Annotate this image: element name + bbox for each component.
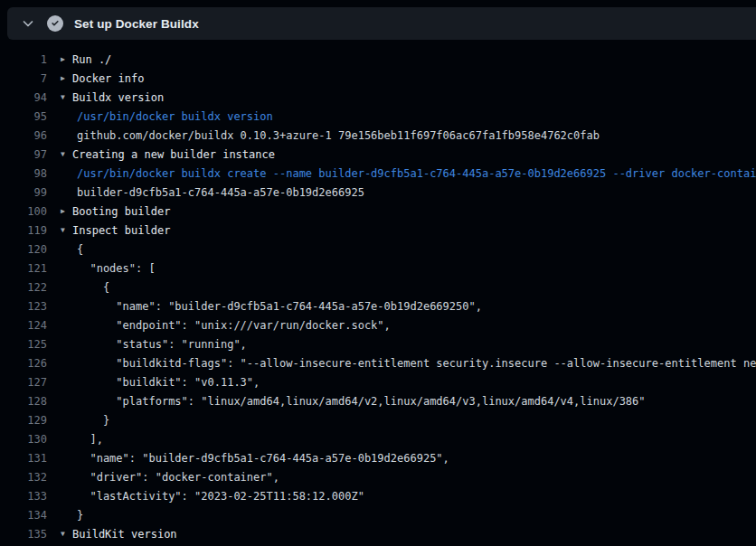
log-row: 127 "buildkit": "v0.11.3", — [0, 372, 756, 391]
line-number[interactable]: 129 — [0, 414, 47, 427]
log-line-text: Creating a new builder instance — [72, 148, 275, 161]
log-line-text: Run ./ — [72, 53, 111, 66]
line-number[interactable]: 134 — [0, 509, 47, 522]
line-number[interactable]: 123 — [0, 300, 47, 313]
line-number[interactable]: 97 — [0, 148, 47, 161]
log-row: 132 "driver": "docker-container", — [0, 467, 756, 486]
line-number[interactable]: 121 — [0, 262, 47, 275]
log-row: 126 "buildkitd-flags": "--allow-insecure… — [0, 353, 756, 372]
line-number[interactable]: 119 — [0, 224, 47, 237]
log-line-text: "name": "builder-d9cfb5a1-c764-445a-a57e… — [72, 300, 482, 313]
step-header[interactable]: Set up Docker Buildx — [7, 7, 756, 40]
line-number[interactable]: 7 — [0, 72, 47, 85]
log-group-row[interactable]: 119 ▼ Inspect builder — [0, 221, 756, 240]
line-number[interactable]: 96 — [0, 129, 47, 142]
log-line-text: } — [72, 414, 109, 427]
log-line-text: /usr/bin/docker buildx create --name bui… — [72, 167, 756, 180]
log-row: 120 { — [0, 240, 756, 259]
log-line-text: { — [72, 281, 109, 294]
log-group-row[interactable]: 100 ▶ Booting builder — [0, 202, 756, 221]
line-number[interactable]: 131 — [0, 452, 47, 465]
line-number[interactable]: 122 — [0, 281, 47, 294]
log-row: 121 "nodes": [ — [0, 259, 756, 278]
log-row: 125 "status": "running", — [0, 334, 756, 353]
log-lines: 1 ▶ Run ./ 7 ▶ Docker info 94 ▼ Buildx v… — [0, 50, 756, 546]
log-line-text: "lastActivity": "2023-02-25T11:58:12.000… — [72, 490, 364, 503]
log-line-text: { — [72, 243, 83, 256]
log-line-text: "platforms": "linux/amd64,linux/amd64/v2… — [72, 395, 646, 408]
line-number[interactable]: 120 — [0, 243, 47, 256]
log-line-text: builder-d9cfb5a1-c764-445a-a57e-0b19d2e6… — [72, 186, 364, 199]
log-line-text: BuildKit version — [72, 528, 177, 541]
log-group-row[interactable]: 135 ▼ BuildKit version — [0, 524, 756, 543]
log-row: 122 { — [0, 278, 756, 297]
group-toggle-arrow-icon[interactable]: ▼ — [47, 531, 72, 538]
log-line-text: ], — [72, 433, 103, 446]
group-toggle-arrow-icon[interactable]: ▶ — [47, 56, 72, 63]
log-line-text: "driver": "docker-container", — [72, 471, 279, 484]
line-number[interactable]: 1 — [0, 53, 47, 66]
log-line-text: "buildkit": "v0.11.3", — [72, 376, 260, 389]
log-line-text: Buildx version — [72, 91, 164, 104]
log-row: 124 "endpoint": "unix:///var/run/docker.… — [0, 315, 756, 334]
log-line-text: "nodes": [ — [72, 262, 156, 275]
log-group-row[interactable]: 7 ▶ Docker info — [0, 69, 756, 88]
line-number[interactable]: 126 — [0, 357, 47, 370]
log-row: 134 } — [0, 505, 756, 524]
step-title: Set up Docker Buildx — [74, 17, 199, 31]
log-line-text: "name": "builder-d9cfb5a1-c764-445a-a57e… — [72, 452, 449, 465]
log-row: 95 /usr/bin/docker buildx version — [0, 107, 756, 126]
group-toggle-arrow-icon[interactable]: ▶ — [47, 75, 72, 82]
log-line-text: } — [72, 509, 83, 522]
line-number[interactable]: 98 — [0, 167, 47, 180]
step-success-check-icon — [47, 15, 63, 32]
log-row: 96 github.com/docker/buildx 0.10.3+azure… — [0, 126, 756, 145]
line-number[interactable]: 99 — [0, 186, 47, 199]
log-line-text: "endpoint": "unix:///var/run/docker.sock… — [72, 319, 391, 332]
chevron-down-icon[interactable] — [16, 12, 40, 35]
log-row: 98 /usr/bin/docker buildx create --name … — [0, 164, 756, 183]
log-row: 131 "name": "builder-d9cfb5a1-c764-445a-… — [0, 448, 756, 467]
line-number[interactable]: 128 — [0, 395, 47, 408]
line-number[interactable]: 124 — [0, 319, 47, 332]
log-line-text: "buildkitd-flags": "--allow-insecure-ent… — [72, 357, 756, 370]
log-row: 133 "lastActivity": "2023-02-25T11:58:12… — [0, 486, 756, 505]
log-group-row[interactable]: 1 ▶ Run ./ — [0, 50, 756, 69]
group-toggle-arrow-icon[interactable]: ▶ — [47, 208, 72, 215]
log-line-text: "status": "running", — [72, 338, 247, 351]
log-row: 130 ], — [0, 429, 756, 448]
log-line-text: Inspect builder — [72, 224, 170, 237]
group-toggle-arrow-icon[interactable]: ▼ — [47, 227, 72, 234]
log-row: 123 "name": "builder-d9cfb5a1-c764-445a-… — [0, 297, 756, 315]
line-number[interactable]: 135 — [0, 528, 47, 541]
group-toggle-arrow-icon[interactable]: ▼ — [47, 151, 72, 158]
log-line-text: Booting builder — [72, 205, 170, 218]
line-number[interactable]: 125 — [0, 338, 47, 351]
log-group-row[interactable]: 94 ▼ Buildx version — [0, 88, 756, 107]
line-number[interactable]: 100 — [0, 205, 47, 218]
line-number[interactable]: 127 — [0, 376, 47, 389]
log-row: 128 "platforms": "linux/amd64,linux/amd6… — [0, 391, 756, 410]
line-number[interactable]: 94 — [0, 91, 47, 104]
line-number[interactable]: 132 — [0, 471, 47, 484]
log-group-row[interactable]: 97 ▼ Creating a new builder instance — [0, 145, 756, 164]
group-toggle-arrow-icon[interactable]: ▼ — [47, 94, 72, 101]
line-number[interactable]: 95 — [0, 110, 47, 123]
log-line-text: /usr/bin/docker buildx version — [72, 110, 273, 123]
log-line-text: github.com/docker/buildx 0.10.3+azure-1 … — [72, 129, 600, 142]
log-line-text: Docker info — [72, 72, 144, 85]
line-number[interactable]: 133 — [0, 490, 47, 503]
line-number[interactable]: 130 — [0, 433, 47, 446]
log-row: 99 builder-d9cfb5a1-c764-445a-a57e-0b19d… — [0, 183, 756, 202]
log-row: 129 } — [0, 410, 756, 429]
